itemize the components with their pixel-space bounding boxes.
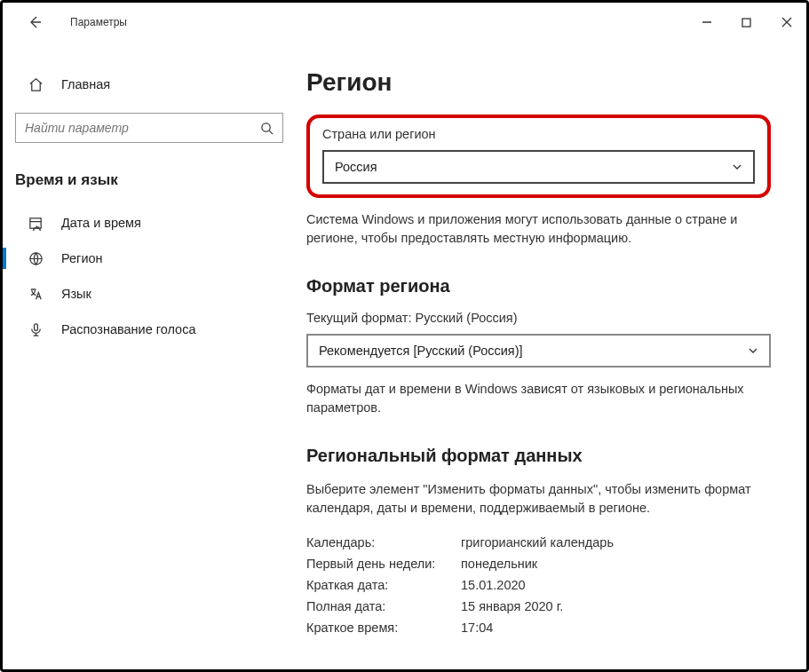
country-dropdown-value: Россия [335,160,732,174]
sidebar-home[interactable]: Главная [15,67,283,102]
current-format-label: Текущий формат: Русский (Россия) [306,311,771,325]
country-dropdown[interactable]: Россия [322,150,755,184]
search-box[interactable] [15,113,283,143]
chevron-down-icon [748,345,758,356]
close-icon [781,17,792,28]
country-label: Страна или регион [322,127,755,141]
home-icon [26,77,45,92]
sidebar-item-label: Дата и время [61,216,141,230]
table-row: Краткая дата: 15.01.2020 [306,574,771,596]
sidebar-item-datetime[interactable]: Дата и время [15,205,283,241]
row-key: Краткая дата: [306,578,461,592]
table-row: Полная дата: 15 января 2020 г. [306,596,771,617]
arrow-left-icon [28,15,42,29]
region-format-title: Формат региона [306,276,771,296]
maximize-icon [742,18,751,28]
calendar-clock-icon [26,216,45,231]
sidebar-item-label: Распознавание голоса [61,322,196,336]
sidebar-item-label: Регион [61,251,103,265]
row-key: Первый день недели: [306,557,461,571]
svg-rect-0 [742,19,750,27]
page-title: Регион [306,68,771,97]
sidebar-item-region[interactable]: Регион [15,241,283,276]
svg-point-1 [262,123,270,130]
minimize-button[interactable] [686,9,726,36]
row-val: 17:04 [461,621,493,635]
format-dropdown-value: Рекомендуется [Русский (Россия)] [319,344,748,358]
sidebar-section-heading: Время и язык [15,164,283,205]
search-icon [260,122,274,135]
app-title: Параметры [70,16,127,28]
country-highlight: Страна или регион Россия [306,115,771,198]
svg-rect-4 [34,323,37,330]
main-content: Регион Страна или регион Россия Система … [296,42,806,669]
row-val: понедельник [461,557,537,571]
table-row: Календарь: григорианский календарь [306,532,771,553]
country-help-text: Система Windows и приложения могут испол… [306,210,771,248]
microphone-icon [26,322,45,337]
table-row: Краткое время: 17:04 [306,617,771,638]
titlebar: Параметры [3,3,806,42]
row-key: Полная дата: [306,599,461,613]
maximize-button[interactable] [726,9,766,36]
table-row: Первый день недели: понедельник [306,553,771,574]
format-help-text: Форматы дат и времени в Windows зависят … [306,380,771,417]
regional-data-title: Региональный формат данных [306,446,771,466]
sidebar-item-language[interactable]: Язык [15,276,283,312]
row-key: Календарь: [306,535,461,549]
minimize-icon [702,17,712,28]
row-val: 15.01.2020 [461,578,526,592]
format-dropdown[interactable]: Рекомендуется [Русский (Россия)] [306,334,771,368]
row-key: Краткое время: [306,621,461,635]
sidebar-home-label: Главная [61,77,110,91]
regional-data-help: Выберите элемент "Изменить форматы данны… [306,480,771,518]
row-val: григорианский календарь [461,535,614,549]
sidebar: Главная Время и язык Дата и время Ре [3,42,296,669]
chevron-down-icon [732,162,742,172]
svg-rect-2 [29,217,40,227]
sidebar-item-label: Язык [61,287,91,301]
search-input[interactable] [25,121,260,135]
back-button[interactable] [17,4,52,40]
close-button[interactable] [766,9,806,36]
language-icon [26,287,45,302]
row-val: 15 января 2020 г. [461,599,563,613]
globe-icon [26,251,45,266]
regional-data-table: Календарь: григорианский календарь Первы… [306,532,771,638]
sidebar-item-speech[interactable]: Распознавание голоса [15,312,283,347]
